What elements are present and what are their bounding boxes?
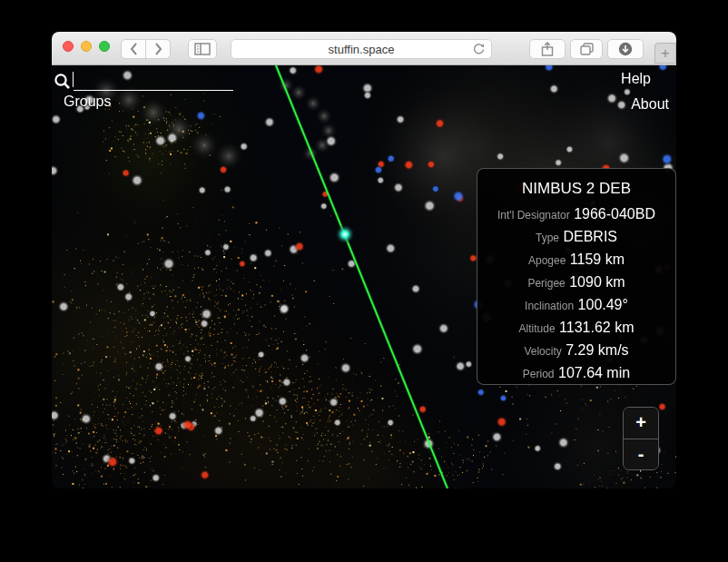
search-icon[interactable] (54, 73, 71, 91)
browser-window: stuffin.space (52, 32, 676, 488)
satellite-name: NIMBUS 2 DEB (483, 177, 670, 201)
zoom-out-button[interactable]: - (624, 439, 658, 470)
new-tab-button[interactable]: + (654, 43, 676, 64)
sidebar-toggle-button[interactable] (188, 39, 217, 59)
info-row-type: Type DEBRIS (483, 226, 670, 249)
chevron-right-icon (154, 43, 162, 55)
forward-button[interactable] (145, 39, 171, 59)
info-row-perigee: Perigee 1090 km (483, 271, 670, 294)
address-bar[interactable]: stuffin.space (231, 39, 492, 59)
info-row-period: Period 107.64 min (483, 362, 670, 385)
download-icon (618, 42, 633, 56)
info-row-intl-designator: Int'l Designator 1966-040BD (483, 203, 670, 226)
tab-overview-button[interactable] (570, 39, 603, 59)
share-button[interactable] (529, 39, 566, 59)
search-input[interactable] (74, 71, 233, 91)
share-icon (541, 42, 554, 56)
minimize-button[interactable] (81, 41, 92, 52)
help-link[interactable]: Help (621, 71, 651, 87)
satellite-info-panel: NIMBUS 2 DEB Int'l Designator 1966-040BD… (477, 168, 676, 385)
page-content: Groups Help About NIMBUS 2 DEB Int'l Des… (52, 65, 676, 488)
zoom-controls: + - (623, 407, 659, 470)
zoom-in-button[interactable]: + (624, 408, 658, 439)
search-bar (54, 71, 233, 91)
downloads-button[interactable] (607, 39, 644, 59)
info-row-apogee: Apogee 1159 km (483, 249, 670, 271)
info-row-altitude: Altitude 1131.62 km (483, 317, 670, 340)
address-bar-url: stuffin.space (329, 43, 395, 56)
sidebar-icon (194, 43, 211, 55)
text-cursor (73, 72, 74, 87)
back-button[interactable] (121, 39, 146, 59)
close-button[interactable] (63, 41, 74, 52)
info-row-velocity: Velocity 7.29 km/s (483, 340, 670, 362)
fullscreen-button[interactable] (99, 41, 110, 52)
reload-button[interactable] (472, 43, 486, 56)
about-link[interactable]: About (631, 96, 669, 113)
groups-menu[interactable]: Groups (64, 94, 111, 110)
browser-titlebar: stuffin.space (52, 32, 676, 65)
chevron-left-icon (130, 43, 138, 55)
tab-overview-icon (580, 43, 594, 55)
reload-icon (472, 43, 486, 56)
info-row-inclination: Inclination 100.49° (483, 294, 670, 317)
